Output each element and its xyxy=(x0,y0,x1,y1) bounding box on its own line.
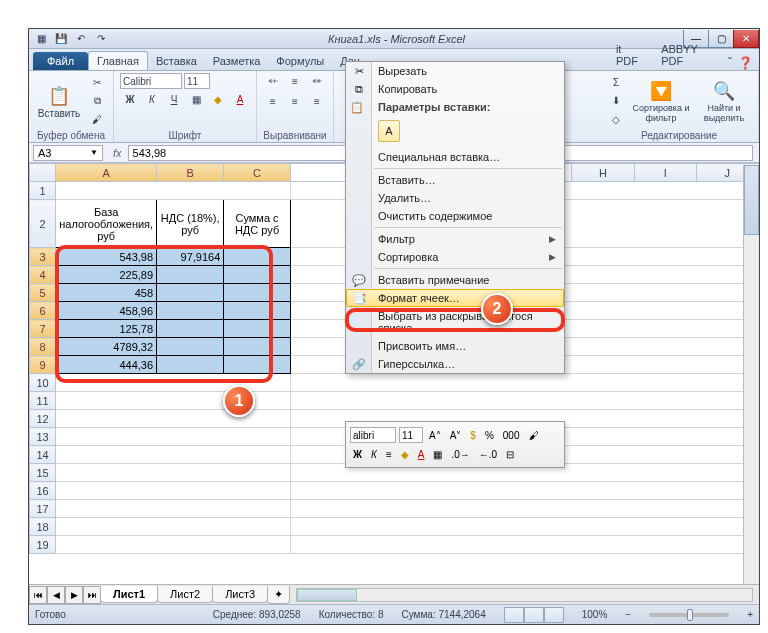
find-select-button[interactable]: 🔍 Найти и выделить xyxy=(696,73,752,129)
tab-home[interactable]: Главная xyxy=(88,51,148,70)
font-size-combo[interactable]: 11 xyxy=(184,73,210,89)
sheet-nav-last[interactable]: ⏭ xyxy=(83,586,101,604)
cm-delete[interactable]: Удалить… xyxy=(346,189,564,207)
cell[interactable]: 225,89 xyxy=(56,266,157,284)
tab-insert[interactable]: Вставка xyxy=(148,52,205,70)
sheet-nav-prev[interactable]: ◀ xyxy=(47,586,65,604)
row-header[interactable]: 1 xyxy=(30,182,56,200)
cell[interactable]: 458,96 xyxy=(56,302,157,320)
zoom-out-icon[interactable]: − xyxy=(625,609,631,620)
italic-icon[interactable]: К xyxy=(142,91,162,107)
row-header[interactable]: 8 xyxy=(30,338,56,356)
decrease-decimal-icon[interactable]: ←.0 xyxy=(476,445,500,463)
cm-insert[interactable]: Вставить… xyxy=(346,171,564,189)
cell[interactable]: База налогообложения, руб xyxy=(56,200,157,248)
cm-copy[interactable]: ⧉Копировать xyxy=(346,80,564,98)
cell[interactable] xyxy=(224,338,291,356)
cm-filter[interactable]: Фильтр▶ xyxy=(346,230,564,248)
horizontal-scrollbar[interactable] xyxy=(296,588,753,602)
bold-icon[interactable]: Ж xyxy=(350,445,365,463)
format-painter-icon[interactable]: 🖌 xyxy=(526,426,542,444)
fill-color-icon[interactable]: ◆ xyxy=(398,445,412,463)
cell[interactable] xyxy=(157,356,224,374)
cell[interactable] xyxy=(157,266,224,284)
zoom-in-icon[interactable]: + xyxy=(747,609,753,620)
cell[interactable]: НДС (18%), руб xyxy=(157,200,224,248)
border-icon[interactable]: ▦ xyxy=(186,91,206,107)
fill-color-icon[interactable]: ◆ xyxy=(208,91,228,107)
sheet-tab-2[interactable]: Лист2 xyxy=(157,586,213,603)
col-header-b[interactable]: B xyxy=(157,164,224,182)
align-right-icon[interactable]: ≡ xyxy=(307,93,327,109)
tab-layout[interactable]: Разметка xyxy=(205,52,269,70)
minimize-ribbon-icon[interactable]: ˇ xyxy=(728,56,732,70)
paste-option-values[interactable]: A xyxy=(378,120,400,142)
cell[interactable]: Сумма с НДС руб xyxy=(224,200,291,248)
row-header[interactable]: 13 xyxy=(30,428,56,446)
font-color-icon[interactable]: A xyxy=(230,91,250,107)
row-header[interactable]: 18 xyxy=(30,518,56,536)
cut-icon[interactable]: ✂ xyxy=(87,74,107,90)
sort-filter-button[interactable]: 🔽 Сортировка и фильтр xyxy=(630,73,692,129)
align-center-icon[interactable]: ≡ xyxy=(285,93,305,109)
cell[interactable] xyxy=(157,302,224,320)
sheet-nav-first[interactable]: ⏮ xyxy=(29,586,47,604)
col-header-a[interactable]: A xyxy=(56,164,157,182)
row-header[interactable]: 2 xyxy=(30,200,56,248)
col-header-i[interactable]: I xyxy=(634,164,696,182)
accounting-format-icon[interactable]: $ xyxy=(467,426,479,444)
close-button[interactable]: ✕ xyxy=(733,30,759,48)
font-color-icon[interactable]: A xyxy=(415,445,428,463)
font-name-combo[interactable]: Calibri xyxy=(120,73,182,89)
fill-icon[interactable]: ⬇ xyxy=(606,93,626,109)
shrink-font-icon[interactable]: A˅ xyxy=(447,426,465,444)
redo-icon[interactable]: ↷ xyxy=(93,31,109,47)
zoom-level[interactable]: 100% xyxy=(582,609,608,620)
cell[interactable] xyxy=(224,284,291,302)
file-tab[interactable]: Файл xyxy=(33,52,88,70)
row-header[interactable]: 4 xyxy=(30,266,56,284)
row-header[interactable]: 12 xyxy=(30,410,56,428)
comma-icon[interactable]: 000 xyxy=(500,426,523,444)
cell[interactable]: 4789,32 xyxy=(56,338,157,356)
align-middle-icon[interactable]: ≡ xyxy=(285,73,305,89)
select-all-corner[interactable] xyxy=(30,164,56,182)
cm-hyperlink[interactable]: 🔗Гиперссылка… xyxy=(346,355,564,373)
copy-icon[interactable]: ⧉ xyxy=(87,93,107,109)
align-left-icon[interactable]: ≡ xyxy=(263,93,283,109)
row-header[interactable]: 5 xyxy=(30,284,56,302)
help-icon[interactable]: ❓ xyxy=(738,56,753,70)
row-header[interactable]: 9 xyxy=(30,356,56,374)
name-box[interactable]: A3▼ xyxy=(33,145,103,161)
cell[interactable]: 125,78 xyxy=(56,320,157,338)
cm-cut[interactable]: ✂Вырезать xyxy=(346,62,564,80)
col-header-c[interactable]: C xyxy=(224,164,291,182)
fx-icon[interactable]: fx xyxy=(107,147,128,159)
cell[interactable] xyxy=(157,284,224,302)
cell[interactable]: 444,36 xyxy=(56,356,157,374)
row-header[interactable]: 16 xyxy=(30,482,56,500)
merge-icon[interactable]: ⊟ xyxy=(503,445,517,463)
new-sheet-button[interactable]: ✦ xyxy=(267,586,290,604)
row-header[interactable]: 14 xyxy=(30,446,56,464)
increase-decimal-icon[interactable]: .0→ xyxy=(448,445,472,463)
cell[interactable]: 543,98 xyxy=(56,248,157,266)
view-page-layout-icon[interactable] xyxy=(524,607,544,623)
row-header[interactable]: 10 xyxy=(30,374,56,392)
cm-clear[interactable]: Очистить содержимое xyxy=(346,207,564,225)
vertical-scrollbar[interactable] xyxy=(743,165,759,584)
border-icon[interactable]: ▦ xyxy=(430,445,445,463)
align-bottom-icon[interactable]: ⬵ xyxy=(307,73,327,89)
cell[interactable] xyxy=(224,266,291,284)
row-header[interactable]: 19 xyxy=(30,536,56,554)
cm-pick-from-list[interactable]: Выбрать из раскрывающегося списка… xyxy=(346,307,564,337)
cell[interactable] xyxy=(224,320,291,338)
mini-size-combo[interactable]: 11 xyxy=(399,427,423,443)
cm-define-name[interactable]: Присвоить имя… xyxy=(346,337,564,355)
undo-icon[interactable]: ↶ xyxy=(73,31,89,47)
cell[interactable]: 97,9164 xyxy=(157,248,224,266)
view-page-break-icon[interactable] xyxy=(544,607,564,623)
bold-icon[interactable]: Ж xyxy=(120,91,140,107)
underline-icon[interactable]: Ч xyxy=(164,91,184,107)
italic-icon[interactable]: К xyxy=(368,445,380,463)
